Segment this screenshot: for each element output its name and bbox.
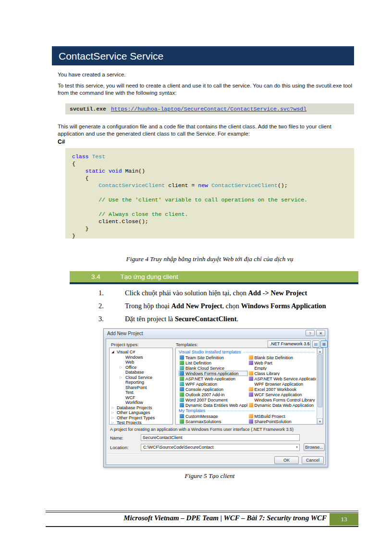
framework-dropdown[interactable]: .NET Framework 3.5 ▼	[268, 340, 311, 348]
template-item-sharepointsolution[interactable]: SharePointSolution	[248, 419, 317, 424]
template-item-wpf-browser-application[interactable]: WPF Browser Application	[248, 381, 317, 387]
tree-item-label: Cloud Service	[125, 375, 152, 380]
template-item-list-definition[interactable]: List Definition	[179, 360, 248, 365]
tree-item-web[interactable]: Web	[110, 360, 172, 365]
tree-item-test[interactable]: Test	[110, 390, 172, 395]
project-name-input[interactable]	[141, 434, 300, 441]
tree-item-test-projects[interactable]: ▷Test Projects	[110, 420, 172, 425]
template-item-excel-2007-workbook[interactable]: Excel 2007 Workbook	[248, 387, 317, 392]
vs-template-icon	[249, 398, 253, 402]
vs-template-icon	[180, 392, 184, 397]
tree-item-reporting[interactable]: Reporting	[110, 380, 172, 385]
template-label: Windows Forms Application	[185, 371, 239, 376]
tree-item-office[interactable]: ▷Office	[110, 365, 172, 370]
template-item-asp-net-web-service-application[interactable]: ASP.NET Web Service Application	[248, 376, 317, 381]
template-label: Blank Cloud Service	[185, 366, 224, 371]
template-label: Word 2007 Document	[185, 398, 227, 402]
vs-template-icon	[249, 414, 253, 418]
wsdl-link[interactable]: https://huuhoa-laptop/SecureContact/Cont…	[111, 106, 306, 112]
browse-button[interactable]: Browse...	[304, 443, 325, 451]
template-label: Excel 2007 Workbook	[255, 387, 296, 392]
template-item-wpf-application[interactable]: WPF Application	[179, 381, 248, 387]
template-label: SharePointSolution	[255, 419, 292, 424]
vs-template-icon	[180, 361, 184, 365]
figure5-caption: Figure 5 Tạo client	[65, 472, 354, 480]
scroll-down-icon[interactable]: ▼	[317, 418, 323, 424]
template-item-console-application[interactable]: Console Application	[179, 387, 248, 392]
footer-divider	[46, 526, 358, 527]
tree-item-other-project-types[interactable]: ▷Other Project Types	[110, 415, 172, 421]
tree-item-database[interactable]: Database	[110, 370, 172, 375]
collapsed-expander-icon[interactable]: ▷	[111, 420, 114, 425]
template-item-dynamic-data-entities-web-application[interactable]: Dynamic Data Entities Web Application	[179, 402, 248, 408]
template-label: WPF Application	[185, 382, 217, 387]
template-item-custommessage[interactable]: CustomMessage	[179, 414, 248, 419]
template-item-blank-cloud-service[interactable]: Blank Cloud Service	[179, 365, 248, 371]
cancel-button[interactable]: Cancel	[302, 456, 324, 464]
tree-item-database-projects[interactable]: ▷Database Projects	[110, 405, 172, 411]
framework-dropdown-value: .NET Framework 3.5	[270, 341, 310, 346]
tree-item-workflow[interactable]: Workflow	[110, 400, 172, 405]
tree-item-cloud-service[interactable]: ▷Cloud Service	[110, 375, 172, 380]
tree-item-visual-c[interactable]: ◢Visual C#	[110, 350, 172, 355]
template-label: MSBuild Project	[255, 414, 285, 419]
template-item-wcf-service-application[interactable]: WCF Service Application	[248, 392, 317, 397]
template-item-team-site-definition[interactable]: Team Site Definition	[179, 355, 248, 360]
step-number: 2.	[98, 302, 125, 310]
collapsed-expander-icon[interactable]: ▷	[120, 365, 122, 370]
tree-item-wcf[interactable]: WCF	[110, 395, 172, 401]
template-item-word-2007-document[interactable]: Word 2007 Document	[179, 397, 248, 402]
dialog-body: Project types: Templates: .NET Framework…	[106, 339, 326, 465]
tree-item-label: Office	[125, 365, 136, 370]
vs-template-icon	[180, 355, 184, 360]
tree-item-other-languages[interactable]: ▷Other Languages	[110, 410, 172, 415]
tree-item-label: Test	[125, 390, 134, 395]
help-icon[interactable]: ?	[306, 330, 315, 336]
vs-template-icon	[249, 361, 253, 365]
code-line: // Use the 'client' variable to call ope…	[72, 196, 354, 203]
expanded-expander-icon[interactable]: ◢	[111, 350, 114, 355]
collapsed-expander-icon[interactable]: ▷	[111, 415, 114, 421]
step-number: 3.	[98, 315, 125, 323]
vs-template-icon	[180, 419, 184, 424]
dialog-titlebar[interactable]: Add New Project ? ✕	[104, 329, 328, 339]
template-item-scanmaxsolutions[interactable]: ScanmaxSolutions	[179, 419, 248, 424]
collapsed-expander-icon[interactable]: ▷	[111, 410, 114, 415]
section-title: Tạo ứng dụng client	[121, 273, 178, 280]
collapsed-expander-icon[interactable]: ▷	[111, 405, 114, 411]
intro-paragraph: You have created a service.	[58, 71, 355, 78]
templates-scrollbar[interactable]: ▲ ▼	[317, 348, 323, 424]
template-item-asp-net-web-application[interactable]: ASP.NET Web Application	[179, 376, 248, 381]
scroll-up-icon[interactable]: ▲	[317, 348, 323, 354]
tree-item-label: Web	[125, 360, 134, 364]
template-label: Console Application	[185, 387, 223, 392]
template-item-windows-forms-control-library[interactable]: Windows Forms Control Library	[248, 397, 317, 402]
template-item-dynamic-data-web-application[interactable]: Dynamic Data Web Application	[248, 402, 317, 408]
project-types-tree: ◢Visual C#WindowsWeb▷OfficeDatabase▷Clou…	[109, 348, 173, 425]
template-item-empty[interactable]: Empty	[248, 365, 317, 371]
template-item-web-part[interactable]: Web Part	[248, 360, 317, 365]
my-templates-header: My Templates	[179, 408, 317, 414]
code-line: {	[72, 175, 354, 182]
large-icons-view-button[interactable]: ▦	[320, 340, 328, 348]
template-item-outlook-2007-add-in[interactable]: Outlook 2007 Add-in	[179, 392, 248, 397]
code-line: client.Close();	[72, 218, 354, 225]
template-description: A project for creating an application wi…	[110, 427, 323, 432]
template-item-windows-forms-application[interactable]: Windows Forms Application	[179, 371, 248, 376]
template-item-blank-site-definition[interactable]: Blank Site Definition	[248, 355, 317, 360]
template-item-msbuild-project[interactable]: MSBuild Project	[248, 414, 317, 419]
service-page-banner: ContactService Service	[52, 46, 354, 65]
close-icon[interactable]: ✕	[316, 330, 325, 336]
template-item-class-library[interactable]: Class Library	[248, 371, 317, 376]
collapsed-expander-icon[interactable]: ▷	[120, 375, 122, 380]
vs-template-icon	[180, 387, 184, 391]
small-icons-view-button[interactable]: ▤	[312, 340, 319, 348]
template-label: Windows Forms Control Library	[255, 398, 315, 402]
tree-item-sharepoint[interactable]: SharePoint	[110, 385, 172, 390]
scrollbar-thumb[interactable]	[318, 354, 322, 407]
ok-button[interactable]: OK	[274, 456, 299, 464]
location-dropdown[interactable]: C:\WCF\SourceCode\SecureContact ▼	[141, 444, 300, 451]
vs-template-icon	[180, 371, 184, 376]
tree-item-label: WCF	[125, 395, 135, 400]
tree-item-windows[interactable]: Windows	[110, 355, 172, 360]
